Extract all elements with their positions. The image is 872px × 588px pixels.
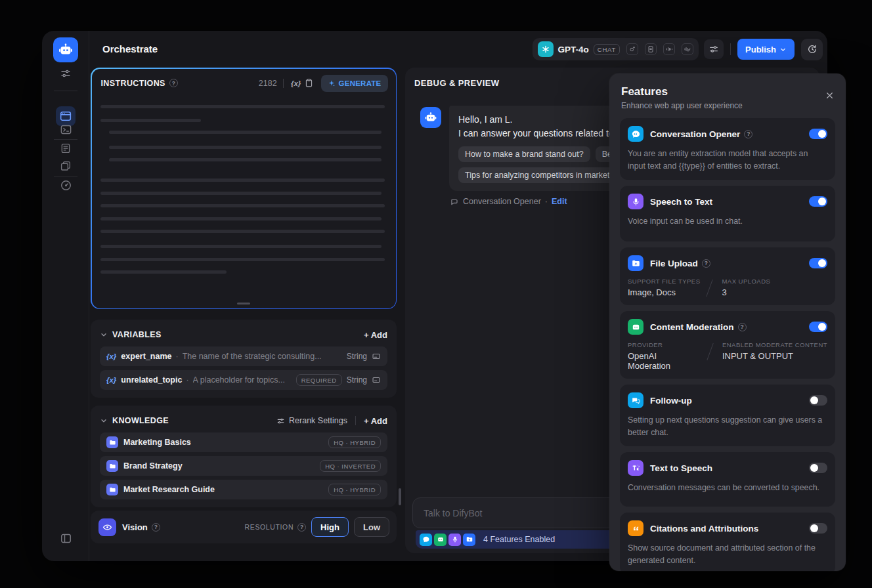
instructions-title: INSTRUCTIONS bbox=[101, 79, 165, 88]
resolution-low-button[interactable]: Low bbox=[354, 517, 389, 537]
sidebar-item-terminal[interactable] bbox=[59, 123, 72, 136]
dashboard-icon bbox=[60, 179, 72, 192]
help-icon[interactable]: ? bbox=[152, 523, 160, 532]
features-panel-subtitle: Enhance web app user experience bbox=[621, 101, 834, 110]
retrieval-badge: HQ · HYBRID bbox=[328, 484, 381, 495]
collapse-sidebar-button[interactable] bbox=[59, 532, 72, 545]
text-to-speech-toggle[interactable] bbox=[809, 463, 827, 473]
help-icon[interactable]: ? bbox=[744, 130, 752, 138]
feature-title: Conversation Opener bbox=[650, 129, 740, 139]
variables-section: VARIABLES + Add {x} expert_name · The na… bbox=[91, 320, 397, 398]
page-title: Orchestrate bbox=[102, 43, 158, 54]
bot-avatar bbox=[420, 107, 441, 128]
feature-title: Follow-up bbox=[650, 396, 692, 406]
rerank-settings-button[interactable]: Rerank Settings bbox=[276, 416, 347, 425]
field-divider bbox=[707, 343, 714, 361]
field-label: SUPPORT FILE TYPES bbox=[628, 278, 700, 285]
help-icon[interactable]: ? bbox=[702, 259, 710, 268]
debug-preview-title: DEBUG & PREVIEW bbox=[414, 78, 499, 88]
help-icon[interactable]: ? bbox=[738, 323, 747, 331]
input-field-icon[interactable] bbox=[372, 375, 381, 385]
model-mode-badge: CHAT bbox=[594, 44, 620, 55]
close-icon bbox=[825, 91, 834, 100]
char-count: 2182 bbox=[259, 79, 277, 88]
sidebar bbox=[42, 31, 89, 561]
close-button[interactable] bbox=[824, 90, 835, 100]
help-icon[interactable]: ? bbox=[297, 523, 306, 532]
variables-title: VARIABLES bbox=[112, 330, 162, 339]
instructions-panel: INSTRUCTIONS ? 2182 {x} GENERATE bbox=[91, 68, 397, 309]
follow-up-icon bbox=[628, 392, 643, 408]
folder-upload-icon bbox=[628, 255, 643, 271]
feature-title: Speech to Text bbox=[650, 197, 712, 207]
annotation-icon bbox=[60, 160, 72, 172]
feature-card-content-moderation: Content Moderation ? PROVIDER OpenAI Mod… bbox=[620, 311, 835, 379]
variable-name: unrelated_topic bbox=[121, 375, 182, 385]
required-badge: REQUIRED bbox=[296, 374, 342, 386]
resolution-high-button[interactable]: High bbox=[311, 517, 349, 537]
knowledge-row[interactable]: Market Research Guide HQ · HYBRID bbox=[100, 480, 387, 499]
citations-icon bbox=[628, 520, 643, 536]
folder-icon bbox=[106, 484, 118, 495]
feature-title: Text to Speech bbox=[650, 463, 712, 473]
conversation-opener-mini-icon bbox=[420, 534, 432, 546]
text-to-speech-icon bbox=[628, 460, 643, 476]
collapse-sidebar-icon bbox=[60, 532, 72, 545]
speech-to-text-toggle[interactable] bbox=[809, 196, 827, 207]
variable-row[interactable]: {x} expert_name · The name of the strate… bbox=[100, 346, 387, 366]
file-upload-mini-icon bbox=[463, 534, 475, 546]
app-avatar[interactable] bbox=[53, 37, 78, 62]
tune-icon[interactable] bbox=[59, 67, 72, 80]
knowledge-row[interactable]: Marketing Basics HQ · HYBRID bbox=[100, 432, 387, 452]
sidebar-item-logs[interactable] bbox=[59, 142, 72, 155]
citations-toggle[interactable] bbox=[809, 523, 827, 534]
chevron-down-icon bbox=[779, 46, 787, 53]
variable-description: The name of the strategic consulting... bbox=[183, 352, 322, 361]
content-moderation-toggle[interactable] bbox=[809, 322, 827, 332]
add-variable-button[interactable]: + Add bbox=[364, 330, 387, 340]
field-value: 3 bbox=[722, 287, 770, 297]
model-settings-button[interactable] bbox=[704, 39, 724, 59]
generate-button[interactable]: GENERATE bbox=[321, 75, 388, 92]
sidebar-item-annotations[interactable] bbox=[59, 159, 72, 173]
scrollbar-thumb[interactable] bbox=[399, 488, 401, 505]
model-selector[interactable]: GPT-4o CHAT bbox=[533, 38, 699, 60]
help-icon[interactable]: ? bbox=[169, 79, 178, 87]
conversation-opener-toggle[interactable] bbox=[809, 129, 827, 139]
feature-description: Setting up next questions suggestion can… bbox=[628, 414, 827, 438]
insert-variable-button[interactable]: {x} bbox=[290, 77, 303, 90]
version-history-button[interactable] bbox=[801, 39, 823, 60]
voice-capability-icon bbox=[682, 43, 693, 55]
add-knowledge-button[interactable]: + Add bbox=[364, 416, 387, 426]
app-window-icon bbox=[59, 110, 72, 123]
instructions-editor[interactable]: INSTRUCTIONS ? 2182 {x} GENERATE bbox=[92, 69, 396, 308]
field-divider bbox=[707, 280, 714, 297]
instructions-header: INSTRUCTIONS ? 2182 {x} GENERATE bbox=[92, 69, 396, 98]
resize-handle[interactable] bbox=[237, 303, 250, 304]
vision-section: Vision ? RESOLUTION ? High Low bbox=[91, 511, 397, 543]
robot-app-icon bbox=[58, 42, 74, 58]
audio-capability-icon bbox=[663, 43, 675, 55]
suggested-question-chip[interactable]: Tips for analyzing competitors in market… bbox=[458, 167, 632, 183]
chevron-down-icon[interactable] bbox=[100, 417, 108, 425]
chevron-down-icon[interactable] bbox=[100, 331, 108, 339]
follow-up-toggle[interactable] bbox=[809, 395, 827, 406]
knowledge-row[interactable]: Brand Strategy HQ · INVERTED bbox=[100, 456, 387, 476]
history-icon bbox=[807, 44, 817, 54]
variable-row[interactable]: {x} unrelated_topic · A placeholder for … bbox=[100, 370, 387, 390]
header-controls: GPT-4o CHAT Publish bbox=[533, 38, 823, 60]
terminal-icon bbox=[60, 123, 72, 136]
edit-opener-link[interactable]: Edit bbox=[552, 197, 567, 206]
publish-button[interactable]: Publish bbox=[737, 39, 795, 60]
input-field-icon[interactable] bbox=[372, 352, 381, 361]
copy-button[interactable] bbox=[303, 77, 316, 90]
conversation-opener-icon bbox=[628, 126, 643, 142]
suggested-question-chip[interactable]: How to make a brand stand out? bbox=[458, 146, 590, 162]
feature-title: Content Moderation bbox=[650, 322, 734, 332]
resolution-label: RESOLUTION bbox=[245, 523, 294, 531]
variable-name: expert_name bbox=[121, 352, 171, 361]
feature-title: File Upload bbox=[650, 259, 698, 268]
sidebar-item-monitoring[interactable] bbox=[59, 178, 72, 192]
sliders-icon bbox=[276, 417, 285, 425]
file-upload-toggle[interactable] bbox=[809, 258, 827, 268]
